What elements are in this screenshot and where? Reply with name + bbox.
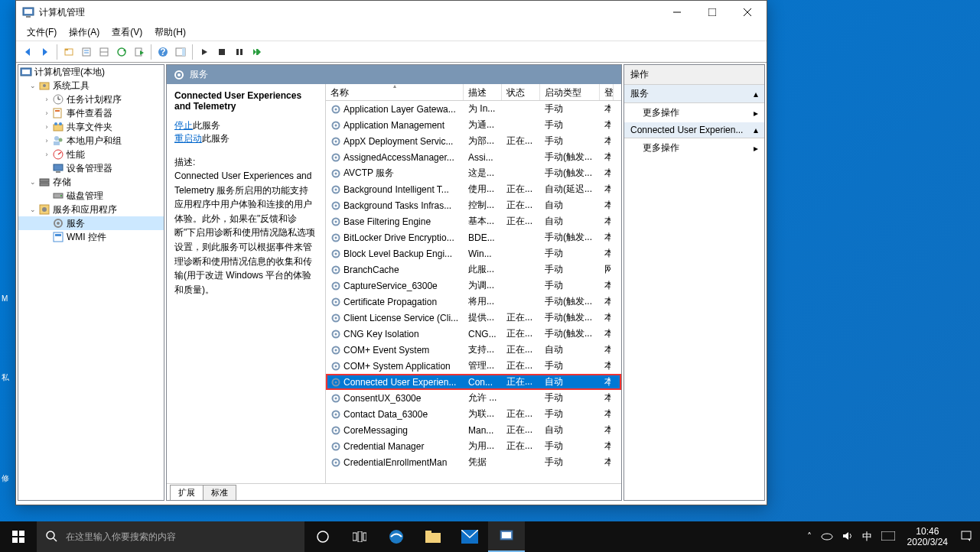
action-services-section[interactable]: 服务▴ [624, 85, 764, 103]
clock[interactable]: 10:46 2020/3/24 [900, 526, 956, 547]
list-rows[interactable]: Application Layer Gatewa...为 In...手动本App… [326, 101, 621, 483]
service-row[interactable]: COM+ Event System支持...正在...自动本 [326, 342, 621, 358]
service-row[interactable]: Certificate Propagation将用...手动(触发...本 [326, 294, 621, 310]
tree-wmi[interactable]: WMI 控件 [18, 230, 164, 244]
expand-icon[interactable]: › [41, 109, 52, 117]
service-row[interactable]: Credential Manager为用...正在...手动本 [326, 438, 621, 454]
service-row[interactable]: Connected User Experien...Con...正在...自动本 [326, 374, 621, 390]
service-row[interactable]: BitLocker Drive Encryptio...BDE...手动(触发.… [326, 229, 621, 245]
svg-rect-116 [358, 531, 362, 542]
collapse-icon[interactable]: ⌄ [28, 206, 38, 213]
refresh-button[interactable] [113, 44, 130, 60]
service-row[interactable]: Application Layer Gatewa...为 In...手动本 [326, 101, 621, 117]
tree-root[interactable]: 计算机管理(本地) [18, 65, 164, 79]
expand-icon[interactable]: › [41, 96, 52, 103]
tab-extended[interactable]: 扩展 [170, 485, 203, 500]
service-row[interactable]: AppX Deployment Servic...为部...正在...手动本 [326, 133, 621, 149]
restart-link[interactable]: 重启动 [174, 133, 202, 144]
desktop-icon[interactable] [2, 209, 15, 223]
tree-performance[interactable]: ›性能 [18, 148, 164, 161]
search-box[interactable]: 在这里输入你要搜索的内容 [37, 521, 304, 552]
tree-disk-mgmt[interactable]: 磁盘管理 [18, 189, 164, 203]
service-row[interactable]: BranchCache此服...手动网 [326, 261, 621, 278]
expand-icon[interactable]: › [41, 123, 52, 131]
col-logon[interactable]: 登 [600, 84, 614, 100]
pause-button[interactable] [231, 44, 248, 60]
service-row[interactable]: ConsentUX_6300e允许 ...手动本 [326, 390, 621, 406]
play-button[interactable] [196, 44, 213, 60]
col-desc[interactable]: 描述 [464, 84, 502, 100]
service-row[interactable]: Background Tasks Infras...控制...正在...自动本 [326, 197, 621, 213]
tray-volume-icon[interactable] [838, 531, 858, 544]
tray-ime-icon[interactable]: 中 [858, 530, 877, 544]
tree-task-scheduler[interactable]: ›任务计划程序 [18, 93, 164, 106]
tree-system-tools[interactable]: ⌄系统工具 [18, 79, 164, 93]
expand-icon[interactable]: › [41, 151, 52, 158]
menu-file[interactable]: 文件(F) [21, 24, 63, 41]
collapse-icon[interactable]: ⌄ [28, 82, 38, 89]
service-row[interactable]: Base Filtering Engine基本...正在...自动本 [326, 213, 621, 229]
action-selected-section[interactable]: Connected User Experien...▴ [624, 122, 764, 138]
tree-storage[interactable]: ⌄存储 [18, 175, 164, 189]
start-button[interactable] [0, 521, 37, 552]
up-button[interactable] [60, 44, 77, 60]
service-row[interactable]: Background Intelligent T...使用...正在...自动(… [326, 181, 621, 197]
service-row[interactable]: COM+ System Application管理...正在...手动本 [326, 358, 621, 374]
tree-event-viewer[interactable]: ›事件查看器 [18, 106, 164, 120]
tray-onedrive-icon[interactable] [816, 531, 838, 543]
service-row[interactable]: AssignedAccessManager...Assi...手动(触发...本 [326, 149, 621, 165]
tray-keyboard-icon[interactable] [877, 531, 900, 543]
tree-services[interactable]: 服务 [18, 216, 164, 230]
edge-icon[interactable] [378, 521, 415, 552]
export-button[interactable] [131, 44, 148, 60]
tree-local-users[interactable]: ›本地用户和组 [18, 134, 164, 148]
col-status[interactable]: 状态 [502, 84, 540, 100]
action-more-2[interactable]: 更多操作▸ [624, 138, 764, 157]
expand-icon[interactable]: › [41, 137, 52, 144]
task-view-button[interactable] [341, 521, 378, 552]
close-button[interactable] [730, 1, 765, 24]
menu-view[interactable]: 查看(V) [106, 24, 148, 41]
notifications-icon[interactable] [956, 530, 977, 544]
explorer-icon[interactable] [415, 521, 451, 552]
chevron-right-icon: ▸ [754, 143, 758, 154]
mail-icon[interactable] [451, 521, 488, 552]
service-row[interactable]: Contact Data_6300e为联...正在...手动本 [326, 406, 621, 422]
service-row[interactable]: CaptureService_6300e为调...手动本 [326, 278, 621, 294]
service-row[interactable]: Application Management为通...手动本 [326, 117, 621, 133]
mmc-taskbar-icon[interactable] [488, 521, 525, 552]
service-row[interactable]: Client License Service (Cli...提供...正在...… [326, 310, 621, 326]
svg-point-41 [54, 122, 57, 125]
tree-device-manager[interactable]: 设备管理器 [18, 161, 164, 175]
maximize-button[interactable] [695, 1, 730, 24]
service-row[interactable]: CredentialEnrollmentMan凭据手动本 [326, 454, 621, 470]
collapse-icon[interactable]: ⌄ [28, 178, 38, 186]
stop-button[interactable] [213, 44, 230, 60]
help-button[interactable]: ? [155, 44, 171, 60]
stop-link[interactable]: 停止 [174, 120, 193, 131]
col-startup[interactable]: 启动类型 [540, 84, 600, 100]
svg-marker-30 [258, 49, 261, 55]
restart-button[interactable] [249, 44, 265, 60]
service-row[interactable]: Block Level Backup Engi...Win...手动本 [326, 245, 621, 261]
tab-standard[interactable]: 标准 [203, 485, 236, 500]
delete-button[interactable] [96, 44, 112, 60]
menu-help[interactable]: 帮助(H) [148, 24, 192, 41]
service-row[interactable]: CNG Key IsolationCNG...正在...手动(触发...本 [326, 326, 621, 342]
tray-chevron-icon[interactable]: ˄ [803, 531, 816, 542]
forward-button[interactable] [37, 44, 54, 60]
tree-services-apps[interactable]: ⌄服务和应用程序 [18, 203, 164, 216]
menu-action[interactable]: 操作(A) [63, 24, 106, 41]
nav-tree[interactable]: 计算机管理(本地) ⌄系统工具 ›任务计划程序 ›事件查看器 ›共享文件夹 ›本… [18, 64, 164, 501]
service-row[interactable]: CoreMessagingMan...正在...自动本 [326, 422, 621, 438]
cortana-button[interactable] [304, 521, 341, 552]
properties-button[interactable] [78, 44, 95, 60]
titlebar[interactable]: 计算机管理 [16, 1, 767, 24]
col-name[interactable]: 名称 [326, 84, 464, 100]
show-hide-button[interactable] [172, 44, 189, 60]
tree-shared-folders[interactable]: ›共享文件夹 [18, 120, 164, 134]
back-button[interactable] [19, 44, 36, 60]
service-row[interactable]: AVCTP 服务这是...手动(触发...本 [326, 165, 621, 181]
minimize-button[interactable] [659, 1, 695, 24]
action-more-1[interactable]: 更多操作▸ [624, 103, 764, 122]
